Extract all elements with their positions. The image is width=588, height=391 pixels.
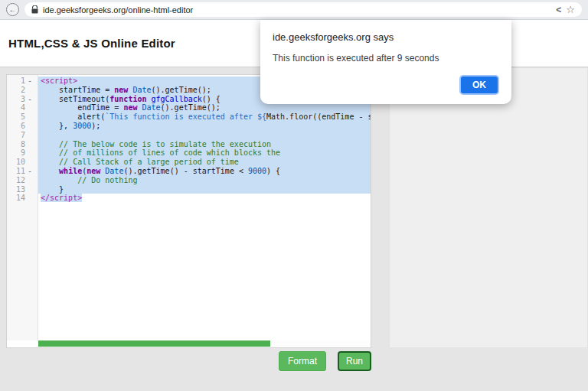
alert-dialog-message: This function is executed after 9 second… (273, 53, 499, 64)
url-text: ide.geeksforgeeks.org/online-html-editor (43, 5, 551, 15)
output-panel (389, 67, 588, 348)
line-number: 13 (7, 185, 38, 194)
code-editor[interactable]: 1-<script>2 startTime = new Date().getTi… (6, 74, 371, 348)
line-number: 9 (7, 148, 38, 158)
address-bar[interactable]: ide.geeksforgeeks.org/online-html-editor… (24, 2, 582, 17)
code-text: // Call Stack of a large period of time (38, 158, 371, 167)
code-text: // The below code is to simulate the exe… (38, 140, 371, 149)
line-number: 4 (7, 103, 38, 112)
line-number-fold-marker[interactable]: 3- (7, 95, 38, 104)
ok-button[interactable]: OK (459, 75, 499, 95)
alert-dialog-title: ide.geeksforgeeks.org says (273, 31, 499, 43)
code-line[interactable]: 6 }, 3000); (7, 122, 371, 131)
line-number: 10 (7, 158, 38, 167)
code-text: alert(`This function is executed after $… (38, 112, 371, 122)
code-text (38, 131, 371, 140)
format-button[interactable]: Format (279, 351, 326, 371)
editor-hscrollbar-thumb[interactable] (38, 340, 270, 347)
code-text: } (38, 185, 371, 194)
code-line[interactable]: 5 alert(`This function is executed after… (7, 112, 371, 122)
line-number: 2 (7, 86, 38, 95)
code-line[interactable]: 8 // The below code is to simulate the e… (7, 140, 371, 149)
line-number-fold-marker[interactable]: 1- (7, 77, 38, 86)
line-number: 8 (7, 140, 38, 149)
code-text: </script> (38, 194, 371, 203)
line-number: 12 (7, 176, 38, 185)
code-text: // of millions of lines of code which bl… (38, 148, 371, 158)
code-text: while(new Date().getTime() - startTime <… (38, 167, 371, 176)
code-line[interactable]: 12 // Do nothing (7, 176, 371, 185)
code-line[interactable]: 13 } (7, 185, 371, 194)
code-line[interactable]: 9 // of millions of lines of code which … (7, 148, 371, 158)
code-lines[interactable]: 1-<script>2 startTime = new Date().getTi… (7, 75, 371, 340)
lock-icon[interactable] (31, 5, 38, 14)
alert-dialog-actions: OK (273, 75, 499, 95)
line-number: 6 (7, 122, 38, 131)
code-line[interactable]: 4 endTime = new Date().getTime(); (7, 103, 371, 112)
code-text: }, 3000); (38, 122, 371, 131)
screen: ← ide.geeksforgeeks.org/online-html-edit… (0, 0, 588, 391)
back-button[interactable]: ← (6, 3, 19, 16)
browser-toolbar: ← ide.geeksforgeeks.org/online-html-edit… (0, 0, 588, 20)
back-arrow-icon: ← (9, 6, 17, 14)
code-line[interactable]: 14</script> (7, 194, 371, 203)
line-number: 7 (7, 131, 38, 140)
run-button[interactable]: Run (338, 351, 371, 371)
page-title: HTML,CSS & JS Online Editor (8, 37, 175, 50)
code-line[interactable]: 7 (7, 131, 371, 140)
line-number: 5 (7, 112, 38, 122)
line-number: 14 (7, 194, 38, 203)
share-icon[interactable]: < (556, 5, 561, 15)
editor-toolbar: Format Run (6, 351, 371, 371)
code-text: endTime = new Date().getTime(); (38, 103, 371, 112)
code-line[interactable]: 10 // Call Stack of a large period of ti… (7, 158, 371, 167)
code-line[interactable]: 11- while(new Date().getTime() - startTi… (7, 167, 371, 176)
editor-hscrollbar[interactable] (38, 340, 370, 347)
line-number-fold-marker[interactable]: 11- (7, 167, 38, 176)
code-text: // Do nothing (38, 176, 371, 185)
alert-dialog: ide.geeksforgeeks.org says This function… (260, 20, 511, 104)
bookmark-star-icon[interactable]: ☆ (566, 4, 575, 15)
